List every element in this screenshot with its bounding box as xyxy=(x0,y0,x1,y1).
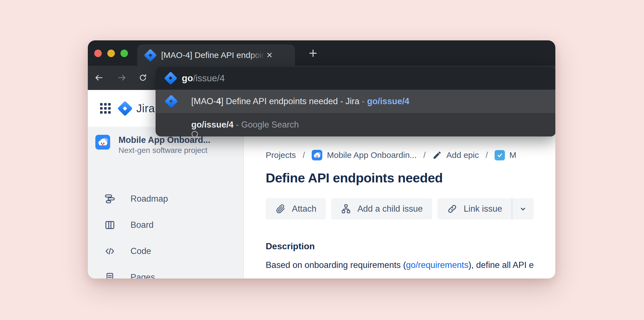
omnibox-typed-text: go xyxy=(182,73,193,83)
sidebar-item-board[interactable]: Board xyxy=(88,212,243,238)
issue-action-buttons: Attach Add a child issue Link issue xyxy=(266,198,534,219)
link-icon xyxy=(447,204,457,214)
sidebar-label-board: Board xyxy=(130,220,154,230)
breadcrumb-project-cloud-icon xyxy=(312,150,322,160)
sidebar-nav: Roadmap Board Code xyxy=(88,186,243,279)
page-body: Mobile App Onboard... Next-gen software … xyxy=(88,127,555,279)
add-child-issue-button[interactable]: Add a child issue xyxy=(331,198,432,219)
back-icon[interactable] xyxy=(93,72,105,83)
search-icon xyxy=(166,119,177,130)
paperclip-icon xyxy=(275,204,286,214)
link-issue-caret-button[interactable] xyxy=(512,198,534,219)
breadcrumb-projects-link[interactable]: Projects xyxy=(266,150,296,160)
description-post: ), define all API e xyxy=(468,260,534,270)
suggestion-row-search[interactable]: go/issue/4 - Google Search xyxy=(156,113,555,136)
roadmap-icon xyxy=(105,194,115,204)
description-pre: Based on onboarding requirements ( xyxy=(266,260,406,270)
browser-window: [MAO-4] Define API endpoints × + Jira xyxy=(88,40,555,279)
pencil-icon xyxy=(432,150,442,160)
new-tab-button[interactable]: + xyxy=(302,45,324,62)
tab-title: [MAO-4] Define API endpoints xyxy=(161,50,265,61)
pages-icon xyxy=(105,272,115,279)
tab-strip: [MAO-4] Define API endpoints × + xyxy=(88,40,555,66)
issue-title: Define API endpoints needed xyxy=(266,170,443,185)
suggestion-search-text: go/issue/4 - Google Search xyxy=(191,120,299,130)
desktop-background: [MAO-4] Define API endpoints × + Jira xyxy=(0,0,644,320)
sidebar-label-code: Code xyxy=(130,246,151,256)
attach-label: Attach xyxy=(292,204,316,214)
omnibox-url-row[interactable]: go/issue/4 xyxy=(156,67,555,90)
omnibox-dropdown: go/issue/4 [MAO-4] Define API endpoints … xyxy=(156,67,555,136)
jira-favicon xyxy=(164,72,177,84)
sidebar-item-code[interactable]: Code xyxy=(88,238,243,264)
breadcrumb-project-link[interactable]: Mobile App Onboardin... xyxy=(327,150,417,160)
description-text: Based on onboarding requirements (go/req… xyxy=(266,260,534,270)
description-heading: Description xyxy=(266,241,315,251)
task-type-icon xyxy=(495,150,505,160)
breadcrumb-separator: / xyxy=(423,150,426,160)
jira-sidebar: Mobile App Onboard... Next-gen software … xyxy=(88,127,244,279)
attach-button[interactable]: Attach xyxy=(266,198,326,219)
forward-icon[interactable] xyxy=(116,72,127,83)
traffic-light-close[interactable] xyxy=(94,50,102,57)
project-switcher[interactable]: Mobile App Onboard... Next-gen software … xyxy=(95,135,210,155)
jira-logo-icon[interactable] xyxy=(118,101,132,115)
browser-tab[interactable]: [MAO-4] Define API endpoints × xyxy=(137,45,295,66)
chevron-down-icon xyxy=(518,204,528,214)
project-subtitle: Next-gen software project xyxy=(118,145,210,155)
link-issue-split-button: Link issue xyxy=(437,198,534,219)
issue-main-panel: Projects / Mobile App Onboardin... / Add… xyxy=(244,127,555,279)
sidebar-label-roadmap: Roadmap xyxy=(130,194,168,204)
reload-icon[interactable] xyxy=(137,72,149,83)
traffic-light-zoom[interactable] xyxy=(120,50,128,57)
breadcrumb: Projects / Mobile App Onboardin... / Add… xyxy=(266,149,516,161)
app-switcher-icon[interactable] xyxy=(100,103,111,114)
add-child-issue-label: Add a child issue xyxy=(357,204,423,214)
jira-favicon xyxy=(144,49,156,61)
breadcrumb-separator: / xyxy=(486,150,488,160)
sidebar-label-pages: Pages xyxy=(130,272,155,279)
breadcrumb-add-epic-link[interactable]: Add epic xyxy=(446,150,479,160)
suggestion-row-site[interactable]: [MAO-4] Define API endpoints needed - Ji… xyxy=(156,90,555,113)
code-icon xyxy=(105,246,115,257)
breadcrumb-separator: / xyxy=(302,150,305,160)
omnibox-input[interactable]: go/issue/4 xyxy=(182,73,225,84)
jira-wordmark[interactable]: Jira xyxy=(136,102,155,115)
omnibox-autocomplete-text: /issue/4 xyxy=(193,73,225,83)
sidebar-item-roadmap[interactable]: Roadmap xyxy=(88,186,243,212)
project-avatar-cloud-icon xyxy=(95,135,110,150)
jira-favicon xyxy=(165,95,177,108)
suggestion-site-text: [MAO-4] Define API endpoints needed - Ji… xyxy=(191,96,409,106)
link-issue-button[interactable]: Link issue xyxy=(437,198,512,219)
description-requirements-link[interactable]: go/requirements xyxy=(406,260,468,270)
tab-close-icon[interactable]: × xyxy=(267,50,272,60)
traffic-light-minimize[interactable] xyxy=(107,50,115,57)
board-icon xyxy=(105,220,115,230)
link-issue-label: Link issue xyxy=(464,204,502,214)
sidebar-item-pages[interactable]: Pages xyxy=(88,264,243,279)
breadcrumb-issue-key[interactable]: M xyxy=(509,150,516,160)
child-issues-icon xyxy=(341,204,351,214)
